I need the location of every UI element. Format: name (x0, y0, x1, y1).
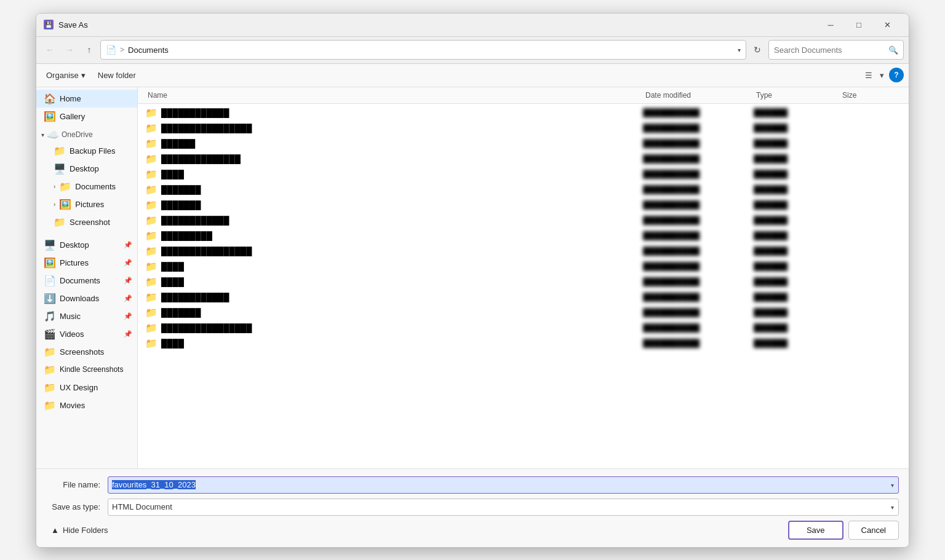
sidebar-item-desktop[interactable]: 🖥️ Desktop 📌 (36, 236, 137, 254)
file-list-container: Name Date modified Type Size 📁██████████… (138, 87, 909, 468)
onedrive-children: 📁 Backup Files 🖥️ Desktop › 📁 Documents … (36, 142, 137, 231)
table-row[interactable]: 📁████████████████ ██████████ ██████ (138, 243, 909, 259)
col-name[interactable]: Name (145, 90, 643, 101)
desktop-icon: 🖥️ (54, 163, 66, 175)
sidebar-onedrive-pictures-label: Pictures (75, 200, 132, 209)
table-row[interactable]: 📁████ ██████████ ██████ (138, 259, 909, 274)
table-row[interactable]: 📁███████ ██████████ ██████ (138, 197, 909, 213)
view-dropdown-button[interactable]: ▾ (877, 68, 887, 82)
dialog-icon: 💾 (44, 20, 54, 30)
hide-folders-label: Hide Folders (63, 526, 108, 535)
sidebar-onedrive-header[interactable]: ▾ ☁️ OneDrive (36, 125, 137, 142)
sidebar-music-icon: 🎵 (44, 310, 56, 322)
close-button[interactable]: ✕ (873, 13, 901, 36)
col-size[interactable]: Size (840, 90, 901, 101)
table-row[interactable]: 📁████ ██████████ ██████ (138, 167, 909, 182)
folder-icon: 📁 (145, 184, 158, 195)
sidebar-item-ux-design[interactable]: 📁 UX Design (36, 379, 137, 396)
folder-icon: 📁 (145, 230, 158, 242)
table-row[interactable]: 📁██████████████ ██████████ ██████ (138, 151, 909, 167)
new-folder-button[interactable]: New folder (93, 68, 141, 82)
sidebar-videos-icon: 🎬 (44, 328, 56, 340)
sidebar-item-videos[interactable]: 🎬 Videos 📌 (36, 325, 137, 343)
sidebar-item-pictures[interactable]: 🖼️ Pictures 📌 (36, 254, 137, 272)
address-bar[interactable]: 📄 > Documents ▾ (100, 40, 746, 60)
sidebar-backup-label: Backup Files (70, 146, 132, 156)
view-controls: ☰ ▾ ? (863, 68, 904, 82)
sidebar-pictures-icon: 🖼️ (44, 257, 56, 269)
search-icon: 🔍 (888, 45, 898, 55)
sidebar-item-music[interactable]: 🎵 Music 📌 (36, 307, 137, 325)
table-row[interactable]: 📁████████████ ██████████ ██████ (138, 290, 909, 305)
table-row[interactable]: 📁████ ██████████ ██████ (138, 336, 909, 351)
table-row[interactable]: 📁████████████ ██████████ ██████ (138, 213, 909, 228)
onedrive-expand-icon: ▾ (41, 132, 44, 138)
search-box[interactable]: 🔍 (768, 40, 904, 60)
help-button[interactable]: ? (889, 68, 904, 82)
folder-icon: 📁 (145, 215, 158, 226)
screenshot-icon: 📁 (54, 216, 66, 228)
table-row[interactable]: 📁████████████ ██████████ ██████ (138, 105, 909, 120)
sidebar-item-home[interactable]: 🏠 Home (36, 90, 137, 108)
sidebar-item-onedrive-desktop[interactable]: 🖥️ Desktop (46, 160, 137, 178)
action-row: ▲ Hide Folders Save Cancel (46, 521, 899, 540)
gallery-icon: 🖼️ (44, 111, 56, 122)
sidebar-item-documents[interactable]: 📄 Documents 📌 (36, 272, 137, 290)
new-folder-label: New folder (98, 71, 136, 80)
table-row[interactable]: 📁█████████ ██████████ ██████ (138, 228, 909, 243)
folder-icon: 📁 (145, 138, 158, 149)
cancel-button[interactable]: Cancel (848, 521, 899, 540)
action-buttons: Save Cancel (788, 521, 899, 540)
folder-icon: 📁 (145, 261, 158, 272)
address-icon: 📄 (106, 45, 116, 55)
sidebar-item-backup-files[interactable]: 📁 Backup Files (46, 142, 137, 160)
folder-icon: 📁 (145, 168, 158, 180)
refresh-button[interactable]: ↻ (749, 41, 766, 58)
folder-icon: 📁 (145, 199, 158, 211)
sidebar-item-screenshots[interactable]: 📁 Screenshots (36, 343, 137, 361)
folder-icon: 📁 (145, 245, 158, 257)
sidebar-item-gallery[interactable]: 🖼️ Gallery (36, 108, 137, 125)
onedrive-icon: ☁️ (47, 129, 59, 141)
folder-icon: 📁 (145, 276, 158, 288)
save-button[interactable]: Save (788, 521, 843, 540)
save-as-dialog: 💾 Save As ─ □ ✕ ← → ↑ 📄 > Documents ▾ ↻ … (36, 13, 909, 548)
sidebar-item-screenshot[interactable]: 📁 Screenshot (46, 213, 137, 231)
sidebar-item-onedrive-pictures[interactable]: › 🖼️ Pictures (46, 195, 137, 213)
back-button[interactable]: ← (41, 41, 58, 58)
search-input[interactable] (774, 45, 885, 55)
sidebar-videos-label: Videos (60, 329, 120, 339)
view-mode-button[interactable]: ☰ (863, 68, 875, 82)
table-row[interactable]: 📁████ ██████████ ██████ (138, 274, 909, 290)
sidebar-item-downloads[interactable]: ⬇️ Downloads 📌 (36, 290, 137, 307)
folder-icon: 📁 (145, 107, 158, 119)
sidebar-item-onedrive-documents[interactable]: › 📁 Documents (46, 178, 137, 195)
forward-button[interactable]: → (61, 41, 78, 58)
table-row[interactable]: 📁████████████████ ██████████ ██████ (138, 320, 909, 336)
sidebar-movies-label: Movies (60, 401, 132, 410)
sidebar-movies-icon: 📁 (44, 400, 56, 411)
table-row[interactable]: 📁████████████████ ██████████ ██████ (138, 120, 909, 136)
sidebar-item-movies[interactable]: 📁 Movies (36, 396, 137, 414)
sidebar-onedrive-documents-label: Documents (75, 182, 132, 191)
file-name-input[interactable] (108, 476, 899, 494)
minimize-button[interactable]: ─ (816, 13, 845, 36)
col-type[interactable]: Type (754, 90, 840, 101)
table-row[interactable]: 📁███████ ██████████ ██████ (138, 305, 909, 320)
sidebar-item-kindle[interactable]: 📁 Kindle Screenshots (36, 361, 137, 379)
save-type-select[interactable]: HTML Document (108, 499, 899, 516)
sidebar-ux-label: UX Design (60, 383, 132, 392)
table-row[interactable]: 📁██████ ██████████ ██████ (138, 136, 909, 151)
save-type-label: Save as type: (46, 502, 108, 511)
backup-icon: 📁 (54, 145, 66, 157)
table-row[interactable]: 📁███████ ██████████ ██████ (138, 182, 909, 197)
onedrive-label: OneDrive (62, 130, 93, 139)
address-dropdown-button[interactable]: ▾ (738, 47, 741, 53)
organise-button[interactable]: Organise ▾ (41, 68, 90, 82)
sidebar-downloads-label: Downloads (60, 294, 120, 303)
up-button[interactable]: ↑ (81, 41, 98, 58)
maximize-button[interactable]: □ (845, 13, 873, 36)
col-date[interactable]: Date modified (643, 90, 754, 101)
folder-icon: 📁 (145, 322, 158, 334)
hide-folders-button[interactable]: ▲ Hide Folders (46, 523, 113, 537)
